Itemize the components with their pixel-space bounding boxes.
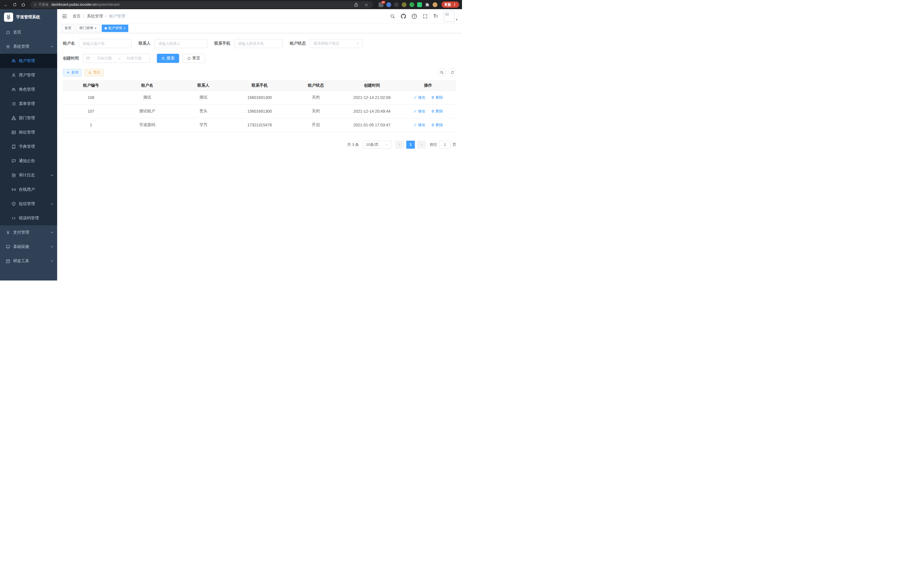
sidebar-item-audit-log[interactable]: 审计日志 bbox=[0, 168, 57, 182]
bookmark-star-button[interactable]: ☆ bbox=[363, 2, 369, 8]
cell-phone: 15601691300 bbox=[231, 91, 288, 104]
status-select[interactable]: 请选择租户状态 bbox=[310, 39, 363, 48]
sidebar-item-menus[interactable]: 菜单管理 bbox=[0, 97, 57, 111]
sidebar-item-system[interactable]: 系统管理 bbox=[0, 39, 57, 54]
home-button[interactable] bbox=[20, 2, 26, 8]
page-button-1[interactable]: 1 bbox=[406, 141, 415, 149]
extension-dark-icon[interactable] bbox=[394, 2, 399, 7]
contact-input[interactable] bbox=[154, 39, 207, 48]
toggle-search-button[interactable] bbox=[438, 69, 446, 76]
fullscreen-button[interactable] bbox=[423, 14, 428, 19]
table-header-row: 租户编号 租户名 联系人 联系手机 租户状态 创建时间 操作 bbox=[63, 80, 456, 91]
prev-page-button[interactable] bbox=[395, 141, 404, 149]
page-size-select[interactable]: 10条/页 bbox=[363, 141, 392, 149]
update-label: 更新 bbox=[444, 2, 451, 7]
rabbit-logo-icon bbox=[5, 14, 12, 21]
filter-tenant-name: 租户名 bbox=[63, 39, 132, 48]
sidebar-item-label: 用户管理 bbox=[19, 73, 35, 78]
sidebar-item-payment[interactable]: 支付管理 bbox=[0, 225, 57, 240]
search-icon bbox=[161, 57, 165, 60]
search-icon bbox=[440, 71, 444, 74]
sidebar-item-online-users[interactable]: 在线用户 bbox=[0, 182, 57, 197]
sidebar-item-dev-tools[interactable]: 研发工具 bbox=[0, 254, 57, 268]
breadcrumb-home[interactable]: 首页 bbox=[73, 14, 81, 19]
sidebar-item-departments[interactable]: 部门管理 bbox=[0, 111, 57, 125]
browser-menu-dots-icon[interactable]: ⋮ bbox=[453, 3, 456, 7]
browser-profile-avatar[interactable] bbox=[433, 2, 437, 7]
filter-contact: 联系人 bbox=[139, 39, 207, 48]
extension-green-circle-icon[interactable] bbox=[410, 2, 414, 7]
breadcrumb-system[interactable]: 系统管理 bbox=[87, 14, 103, 19]
filter-row-2: 创建时间 开始日期 - 结束日期 搜索 bbox=[63, 54, 456, 63]
reload-button[interactable] bbox=[11, 2, 18, 8]
tab-department[interactable]: 部门管理 × bbox=[76, 25, 99, 32]
column-header-status: 租户状态 bbox=[288, 80, 344, 91]
sidebar-item-error-codes[interactable]: 错误码管理 bbox=[0, 211, 57, 225]
address-bar[interactable]: ⚠ 不安全 dashboard.yudao.iocoder.cn/system/… bbox=[30, 1, 373, 8]
tab-home[interactable]: 首页 bbox=[62, 25, 74, 32]
trash-icon bbox=[431, 110, 435, 113]
font-size-button[interactable]: TT bbox=[434, 14, 438, 19]
chevron-down-icon bbox=[50, 231, 54, 234]
delete-button[interactable]: 删除 bbox=[431, 109, 443, 114]
extension-olive-icon[interactable] bbox=[402, 2, 406, 7]
column-header-created: 创建时间 bbox=[344, 80, 400, 91]
cell-name: 芋道源码 bbox=[119, 118, 176, 132]
header-search-button[interactable] bbox=[390, 14, 395, 19]
app-title: 芋道管理系统 bbox=[16, 15, 40, 20]
edit-pencil-icon bbox=[413, 96, 417, 99]
sidebar-item-label: 短信管理 bbox=[19, 201, 35, 206]
refresh-table-button[interactable] bbox=[448, 69, 456, 76]
user-avatar-dropdown[interactable]: ▾ bbox=[444, 11, 458, 22]
close-icon[interactable]: × bbox=[123, 27, 125, 30]
sidebar-item-infrastructure[interactable]: 基础设施 bbox=[0, 240, 57, 254]
edit-button[interactable]: 修改 bbox=[413, 122, 425, 128]
help-button[interactable]: ? bbox=[412, 14, 417, 19]
calendar-icon bbox=[86, 56, 90, 60]
edit-pencil-icon bbox=[413, 110, 417, 113]
delete-button[interactable]: 删除 bbox=[431, 95, 443, 100]
app-logo[interactable]: 芋道管理系统 bbox=[0, 9, 57, 25]
github-button[interactable] bbox=[401, 14, 406, 19]
font-size-icon-small: T bbox=[436, 15, 438, 18]
sidebar-item-notices[interactable]: 通知公告 bbox=[0, 154, 57, 168]
goto-page: 前往 页 bbox=[430, 141, 456, 149]
extensions-puzzle-icon[interactable] bbox=[425, 2, 430, 7]
security-chip[interactable]: ⚠ 不安全 bbox=[34, 2, 49, 7]
url-text[interactable]: dashboard.yudao.iocoder.cn/system/tenant bbox=[51, 3, 119, 7]
edit-button[interactable]: 修改 bbox=[413, 109, 425, 114]
tenant-table: 租户编号 租户名 联系人 联系手机 租户状态 创建时间 操作 108 测试 bbox=[63, 80, 456, 132]
add-button[interactable]: 新增 bbox=[63, 69, 82, 76]
tab-tenant[interactable]: 租户管理 × bbox=[102, 25, 128, 32]
extension-grid-icon[interactable]: 10 bbox=[379, 2, 383, 7]
sidebar-item-positions[interactable]: 岗位管理 bbox=[0, 125, 57, 140]
sidebar-item-roles[interactable]: 角色管理 bbox=[0, 82, 57, 97]
chrome-update-button[interactable]: 更新 ⋮ bbox=[441, 2, 459, 8]
share-button[interactable] bbox=[353, 2, 359, 8]
search-button[interactable]: 搜索 bbox=[157, 54, 179, 63]
back-button[interactable]: ← bbox=[3, 2, 9, 8]
close-icon[interactable]: × bbox=[94, 27, 97, 30]
export-button[interactable]: 导出 bbox=[85, 69, 104, 76]
delete-button[interactable]: 删除 bbox=[431, 122, 443, 128]
sidebar-item-users[interactable]: 用户管理 bbox=[0, 68, 57, 82]
extension-blue-icon[interactable] bbox=[386, 2, 391, 7]
gear-icon bbox=[6, 44, 10, 49]
sidebar-item-sms[interactable]: 短信管理 bbox=[0, 197, 57, 211]
sidebar-collapse-button[interactable] bbox=[62, 14, 68, 19]
reset-button[interactable]: 重置 bbox=[183, 54, 205, 63]
tenant-name-input[interactable] bbox=[79, 39, 132, 48]
tenant-name-label: 租户名 bbox=[63, 41, 75, 46]
phone-input[interactable] bbox=[234, 39, 283, 48]
sidebar-item-label: 菜单管理 bbox=[19, 101, 35, 106]
edit-button[interactable]: 修改 bbox=[413, 95, 425, 100]
date-range-input[interactable]: 开始日期 - 结束日期 bbox=[83, 54, 150, 63]
sidebar-item-tenant[interactable]: 租户管理 bbox=[0, 54, 57, 68]
next-page-button[interactable] bbox=[417, 141, 426, 149]
sidebar-item-dictionary[interactable]: 字典管理 bbox=[0, 140, 57, 154]
goto-page-input[interactable] bbox=[439, 141, 451, 149]
extension-green-square-icon[interactable] bbox=[417, 2, 422, 7]
sidebar-item-home[interactable]: 首页 bbox=[0, 25, 57, 39]
table-row: 1 芋道源码 芋艿 17321315478 开启 2021-01-05 17:0… bbox=[63, 118, 456, 132]
breadcrumb-separator: / bbox=[105, 14, 106, 19]
